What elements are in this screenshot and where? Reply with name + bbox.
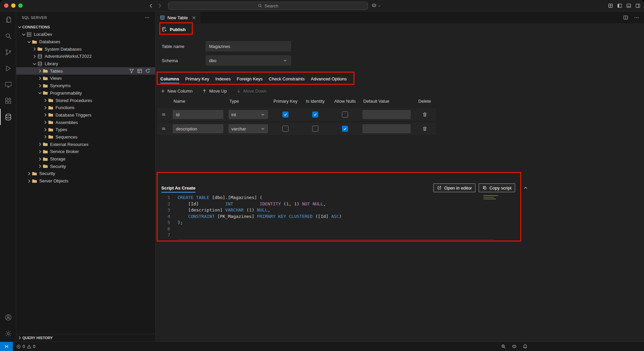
default-value-input[interactable] xyxy=(363,110,411,119)
refresh-icon[interactable] xyxy=(145,68,151,74)
new-column-button[interactable]: New Column xyxy=(160,89,192,94)
tab-new-table[interactable]: New Table xyxy=(156,11,200,24)
designer-tab-columns[interactable]: Columns xyxy=(157,73,182,85)
activity-bar-item-run-debug[interactable] xyxy=(0,60,16,76)
delete-column-icon[interactable] xyxy=(422,126,428,131)
primary-key-checkbox[interactable] xyxy=(282,111,289,118)
table-name-input[interactable] xyxy=(206,41,291,51)
activity-bar-item-extensions[interactable] xyxy=(0,93,16,109)
activity-bar-item-settings[interactable] xyxy=(0,325,16,342)
move-up-button[interactable]: Move Up xyxy=(202,89,227,94)
code-line-text: ); xyxy=(170,220,183,226)
table-name-row: Table name xyxy=(162,41,291,51)
tree-item-programmability[interactable]: Programmability xyxy=(16,90,155,97)
column-type-value: int xyxy=(231,112,236,117)
activity-bar-item-accounts[interactable] xyxy=(0,309,16,325)
designer-tab-advanced-options[interactable]: Advanced Options xyxy=(308,73,350,85)
publish-row: Publish xyxy=(162,24,186,34)
copilot-icon[interactable] xyxy=(512,344,517,349)
settings-icon xyxy=(4,330,12,337)
arrow-up-icon xyxy=(202,89,207,94)
column-name-input[interactable] xyxy=(173,110,223,119)
publish-button[interactable]: Publish xyxy=(162,27,186,32)
copy-script-button[interactable]: Copy script xyxy=(479,183,515,192)
is-identity-checkbox[interactable] xyxy=(312,111,318,118)
script-as-create-tab[interactable]: Script As Create xyxy=(157,182,200,193)
more-actions-icon[interactable] xyxy=(144,15,150,20)
toggle-panel-icon[interactable] xyxy=(626,3,631,8)
tree-item-system-databases[interactable]: System Databases xyxy=(16,45,155,53)
default-value-input[interactable] xyxy=(363,124,411,133)
sql-script-code[interactable]: 1CREATE TABLE [dbo].[Magazines] (2 [Id] … xyxy=(157,195,520,240)
tree-item-tables[interactable]: Tables xyxy=(16,67,155,75)
schema-select[interactable]: dbo xyxy=(206,55,291,66)
activity-bar-item-search[interactable] xyxy=(0,28,16,44)
tree-item-storage[interactable]: Storage xyxy=(16,155,155,163)
query-history-header[interactable]: QUERY HISTORY xyxy=(16,334,155,342)
more-actions-icon[interactable] xyxy=(634,15,639,20)
column-header-name: Name xyxy=(170,99,226,104)
primary-key-checkbox[interactable] xyxy=(282,126,289,132)
code-line-text: CREATE TABLE [dbo].[Magazines] ( xyxy=(170,195,262,201)
designer-tab-foreign-keys[interactable]: Foreign Keys xyxy=(234,73,266,85)
navigate-forward-icon[interactable] xyxy=(157,3,163,9)
tree-item-functions[interactable]: Functions xyxy=(16,104,155,111)
tree-item-external-resources[interactable]: External Resources xyxy=(16,141,155,148)
activity-bar-item-source-control[interactable] xyxy=(0,44,16,60)
tree-item-assemblies[interactable]: Assemblies xyxy=(16,119,155,126)
copilot-menu[interactable] xyxy=(371,3,381,8)
column-name-input[interactable] xyxy=(173,124,223,133)
tree-item-sequences[interactable]: Sequences xyxy=(16,133,155,141)
is-identity-checkbox[interactable] xyxy=(312,126,318,132)
activity-bar-item-sql-server[interactable] xyxy=(0,109,16,125)
split-editor-icon[interactable] xyxy=(623,15,628,20)
column-type-select[interactable]: varchar xyxy=(229,124,268,133)
filter-icon[interactable] xyxy=(129,68,134,74)
chevron-right-icon xyxy=(37,76,43,81)
tree-item-database-triggers[interactable]: Database Triggers xyxy=(16,111,155,119)
designer-tab-primary-key[interactable]: Primary Key xyxy=(182,73,212,85)
tree-item-databases[interactable]: Databases xyxy=(16,38,155,46)
close-tab-icon[interactable] xyxy=(191,15,197,20)
drag-handle-icon[interactable] xyxy=(157,112,170,117)
activity-bar-item-remote-explorer[interactable] xyxy=(0,76,16,93)
tree-item-service-broker[interactable]: Service Broker xyxy=(16,148,155,155)
activity-bar-item-explorer[interactable] xyxy=(0,11,16,28)
column-type-select[interactable]: int xyxy=(229,110,268,119)
tree-item-types[interactable]: Types xyxy=(16,126,155,133)
bell-icon[interactable] xyxy=(523,344,528,349)
remote-indicator[interactable] xyxy=(0,342,13,351)
delete-column-icon[interactable] xyxy=(422,112,428,117)
connections-section-header[interactable]: CONNECTIONS xyxy=(16,23,155,31)
designer-tab-check-constraints[interactable]: Check Constraints xyxy=(266,73,308,85)
chevron-right-icon xyxy=(37,83,43,89)
tree-item-security[interactable]: Security xyxy=(16,162,155,170)
titlebar: Search xyxy=(0,0,644,11)
close-window-button[interactable] xyxy=(4,3,8,8)
maximize-window-button[interactable] xyxy=(18,3,23,8)
navigate-back-icon[interactable] xyxy=(148,3,154,9)
tree-item-library[interactable]: Library xyxy=(16,60,155,68)
drag-handle-icon[interactable] xyxy=(157,126,170,131)
tree-item-adventureworkslt2022[interactable]: AdventureWorksLT2022 xyxy=(16,53,155,60)
tree-item-localdev[interactable]: LocalDev xyxy=(16,31,155,38)
tree-item-views[interactable]: Views xyxy=(16,75,155,82)
tree-item-server-objects[interactable]: Server Objects xyxy=(16,177,155,185)
zoom-icon[interactable] xyxy=(501,344,506,349)
customize-layout-icon[interactable] xyxy=(608,3,613,8)
allow-nulls-checkbox[interactable] xyxy=(342,126,348,132)
problems-indicator[interactable]: 0 0 xyxy=(13,344,35,349)
toggle-secondary-sidebar-icon[interactable] xyxy=(635,3,641,8)
tree-item-stored-procedures[interactable]: Stored Procedures xyxy=(16,97,155,104)
minimize-window-button[interactable] xyxy=(11,3,16,8)
table-icon[interactable] xyxy=(137,68,142,74)
tree-item-synonyms[interactable]: Synonyms xyxy=(16,82,155,90)
allow-nulls-checkbox[interactable] xyxy=(342,111,348,118)
search-box[interactable]: Search xyxy=(168,2,368,10)
tree-item-security[interactable]: Security xyxy=(16,170,155,177)
designer-tab-indexes[interactable]: Indexes xyxy=(212,73,234,85)
toggle-primary-sidebar-icon[interactable] xyxy=(617,3,622,8)
copy-script-label: Copy script xyxy=(489,185,511,191)
open-in-editor-button[interactable]: Open in editor xyxy=(433,183,476,192)
panel-collapse-icon[interactable] xyxy=(523,185,528,191)
